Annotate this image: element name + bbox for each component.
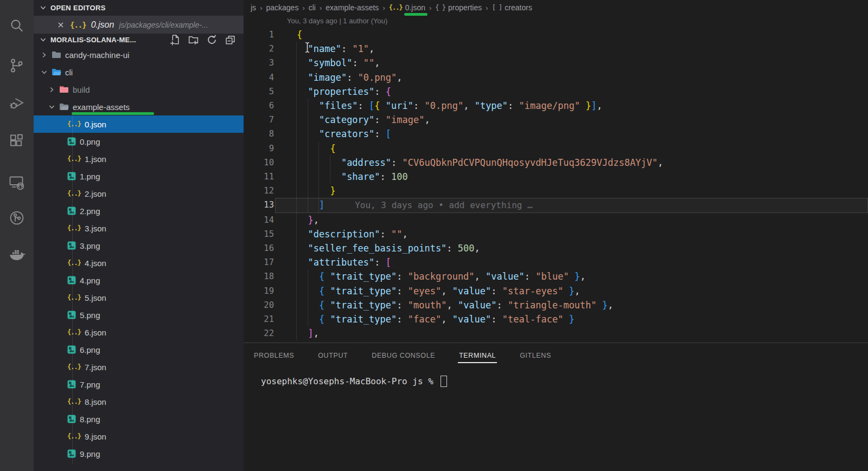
code-line-15[interactable]: 15 "description": "", (244, 227, 868, 241)
json-file-icon: {..} (67, 260, 81, 266)
extensions-icon[interactable] (8, 133, 25, 151)
image-file-icon (67, 345, 76, 354)
breadcrumb-item-js[interactable]: js (251, 3, 256, 12)
tab-terminal[interactable]: TERMINAL (459, 344, 496, 366)
tree-item-3-png[interactable]: 3.png (34, 237, 244, 254)
tab-problems[interactable]: PROBLEMS (254, 344, 294, 366)
indent-guide (308, 298, 308, 312)
breadcrumb-separator: › (429, 4, 431, 12)
tab-debug-console[interactable]: DEBUG CONSOLE (372, 344, 435, 366)
tree-item-candy-machine-ui[interactable]: candy-machine-ui (34, 46, 244, 63)
tree-item-label: 0.json (85, 120, 106, 129)
code-line-3[interactable]: 3 "symbol": "", (244, 56, 868, 70)
activity-bar (0, 0, 34, 471)
line-number: 4 (244, 70, 279, 85)
tree-item-5-json[interactable]: {..}5.json (34, 289, 244, 306)
code-line-22[interactable]: 22 ], (244, 326, 868, 340)
code-line-4[interactable]: 4 "image": "0.png", (244, 70, 868, 85)
tree-item-8-png[interactable]: 8.png (34, 410, 244, 428)
breadcrumb-item-packages[interactable]: packages (266, 3, 298, 12)
code-line-2[interactable]: 2 "name": "1", (244, 42, 868, 56)
new-file-icon[interactable] (169, 34, 181, 46)
tree-item-8-json[interactable]: {..}8.json (34, 393, 244, 410)
code-line-12[interactable]: 12 } (244, 184, 868, 198)
code-line-11[interactable]: 11 "share": 100 (244, 170, 868, 184)
bottom-panel: PROBLEMSOUTPUTDEBUG CONSOLETERMINALGITLE… (244, 343, 868, 471)
tree-item-3-json[interactable]: {..}3.json (34, 220, 244, 237)
image-file-icon (67, 137, 76, 146)
image-file-icon (67, 241, 76, 250)
gitlens-blame-header: You, 3 days ago | 1 author (You) (287, 17, 387, 25)
tree-item-0-json[interactable]: {..}0.json (34, 115, 244, 133)
tree-item-6-json[interactable]: {..}6.json (34, 324, 244, 341)
indent-guide (296, 70, 297, 85)
collapse-all-icon[interactable] (225, 34, 236, 46)
line-number: 13 (244, 198, 279, 212)
tree-item-build[interactable]: build (34, 81, 244, 98)
tree-item-2-json[interactable]: {..}2.json (34, 185, 244, 202)
code-line-13[interactable]: 13 ]You, 3 days ago • add everything … (244, 198, 868, 212)
terminal[interactable]: yosephks@Yosephs-MacBook-Pro js % (261, 376, 447, 387)
code-line-7[interactable]: 7 "category": "image", (244, 113, 868, 127)
indent-guide (296, 326, 297, 340)
code-line-1[interactable]: 1{ (244, 28, 868, 42)
tree-item-7-json[interactable]: {..}7.json (34, 358, 244, 376)
code-line-17[interactable]: 17 "attributes": [ (244, 255, 868, 269)
close-icon[interactable] (56, 21, 65, 29)
tab-output[interactable]: OUTPUT (318, 344, 348, 366)
code-line-20[interactable]: 20 { "trait_type": "mouth", "value": "tr… (244, 298, 868, 312)
json-file-icon: {..} (67, 329, 81, 335)
new-folder-icon[interactable] (188, 34, 199, 46)
code-line-6[interactable]: 6 "files": [{ "uri": "0.png", "type": "i… (244, 99, 868, 113)
code-line-9[interactable]: 9 { (244, 141, 868, 156)
tree-item-9-json[interactable]: {..}9.json (34, 428, 244, 445)
tree-item-label: 1.json (85, 154, 106, 164)
tree-item-9-png[interactable]: 9.png (34, 445, 244, 462)
tree-item-cli[interactable]: cli (34, 63, 244, 81)
tree-item-4-json[interactable]: {..}4.json (34, 254, 244, 272)
code-line-16[interactable]: 16 "seller_fee_basis_points": 500, (244, 241, 868, 255)
gitlens-icon[interactable] (8, 209, 25, 227)
tree-item-5-png[interactable]: 5.png (34, 306, 244, 324)
tree-item-2-png[interactable]: 2.png (34, 202, 244, 220)
tree-item-6-png[interactable]: 6.png (34, 341, 244, 358)
json-file-icon: {..} (67, 225, 81, 231)
run-and-debug-icon[interactable] (8, 94, 25, 112)
breadcrumb-item-example-assets[interactable]: example-assets (326, 3, 379, 12)
code-line-14[interactable]: 14 }, (244, 213, 868, 227)
remote-explorer-icon[interactable] (8, 174, 25, 191)
tree-item-1-png[interactable]: 1.png (34, 167, 244, 185)
folder-icon (52, 68, 61, 76)
breadcrumb-item-creators[interactable]: [ ]creators (492, 3, 532, 12)
line-number: 14 (244, 213, 279, 227)
image-file-icon (67, 449, 76, 458)
code-line-19[interactable]: 19 { "trait_type": "eyes", "value": "sta… (244, 284, 868, 298)
search-icon[interactable] (8, 17, 25, 35)
docker-icon[interactable] (8, 247, 25, 264)
tree-item-0-png[interactable]: 0.png (34, 133, 244, 150)
code-line-10[interactable]: 10 "address": "CV6uQbknPdCVPQunQHqosyvdH… (244, 156, 868, 170)
tree-item-7-png[interactable]: 7.png (34, 376, 244, 393)
open-editors-header[interactable]: OPEN EDITORS (34, 0, 244, 16)
line-number: 3 (244, 56, 279, 70)
tree-item-1-json[interactable]: {..}1.json (34, 150, 244, 167)
source-control-icon[interactable] (8, 57, 25, 74)
tree-item-example-assets[interactable]: example-assets (34, 98, 244, 115)
image-file-icon (67, 276, 76, 285)
breadcrumb-item-properties[interactable]: { }properties (435, 3, 482, 12)
breadcrumb-label: properties (448, 3, 482, 12)
code-line-8[interactable]: 8 "creators": [ (244, 127, 868, 141)
open-editor-item-0-json[interactable]: {..} 0.json js/packages/cli/example-... (34, 16, 244, 34)
tree-item-4-png[interactable]: 4.png (34, 272, 244, 289)
indent-guide (318, 198, 319, 212)
indent-guide (296, 269, 297, 283)
code-line-18[interactable]: 18 { "trait_type": "background", "value"… (244, 269, 868, 283)
explorer-section-header[interactable]: MORALIS-SOLANA-ME... (34, 34, 244, 46)
code-line-21[interactable]: 21 { "trait_type": "face", "value": "tea… (244, 312, 868, 326)
breadcrumb-item-cli[interactable]: cli (309, 3, 316, 12)
refresh-icon[interactable] (206, 34, 218, 46)
indent-guide (318, 184, 319, 198)
tab-gitlens[interactable]: GITLENS (520, 344, 551, 366)
code-line-5[interactable]: 5 "properties": { (244, 85, 868, 99)
breadcrumb-item-0-json[interactable]: {..}0.json (389, 3, 425, 12)
